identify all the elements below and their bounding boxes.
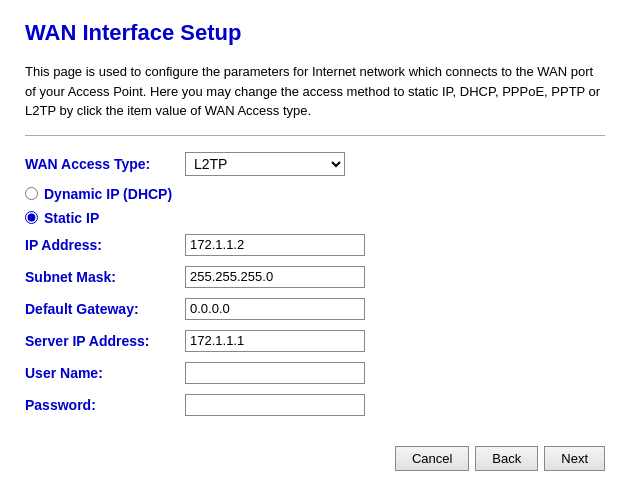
- next-button[interactable]: Next: [544, 446, 605, 471]
- default-gateway-row: Default Gateway:: [25, 298, 605, 320]
- wan-access-type-label: WAN Access Type:: [25, 156, 185, 172]
- subnet-mask-input[interactable]: [185, 266, 365, 288]
- ip-address-row: IP Address:: [25, 234, 605, 256]
- default-gateway-label: Default Gateway:: [25, 301, 185, 317]
- static-ip-radio[interactable]: [25, 211, 38, 224]
- dynamic-ip-label[interactable]: Dynamic IP (DHCP): [44, 186, 172, 202]
- cancel-button[interactable]: Cancel: [395, 446, 469, 471]
- ip-address-label: IP Address:: [25, 237, 185, 253]
- page-title: WAN Interface Setup: [25, 20, 605, 46]
- password-input[interactable]: [185, 394, 365, 416]
- wan-access-type-row: WAN Access Type: Static IP DHCP PPPoE PP…: [25, 152, 605, 176]
- subnet-mask-row: Subnet Mask:: [25, 266, 605, 288]
- default-gateway-input[interactable]: [185, 298, 365, 320]
- wan-access-type-select[interactable]: Static IP DHCP PPPoE PPTP L2TP: [185, 152, 345, 176]
- static-ip-label[interactable]: Static IP: [44, 210, 99, 226]
- server-ip-row: Server IP Address:: [25, 330, 605, 352]
- server-ip-input[interactable]: [185, 330, 365, 352]
- page-description: This page is used to configure the param…: [25, 62, 605, 121]
- user-name-input[interactable]: [185, 362, 365, 384]
- static-ip-row: Static IP: [25, 210, 605, 226]
- subnet-mask-label: Subnet Mask:: [25, 269, 185, 285]
- buttons-row: Cancel Back Next: [25, 446, 605, 471]
- user-name-row: User Name:: [25, 362, 605, 384]
- user-name-label: User Name:: [25, 365, 185, 381]
- dynamic-ip-row: Dynamic IP (DHCP): [25, 186, 605, 202]
- server-ip-label: Server IP Address:: [25, 333, 185, 349]
- ip-address-input[interactable]: [185, 234, 365, 256]
- wan-access-type-field: Static IP DHCP PPPoE PPTP L2TP: [185, 152, 345, 176]
- back-button[interactable]: Back: [475, 446, 538, 471]
- dynamic-ip-radio[interactable]: [25, 187, 38, 200]
- password-label: Password:: [25, 397, 185, 413]
- password-row: Password:: [25, 394, 605, 416]
- divider: [25, 135, 605, 136]
